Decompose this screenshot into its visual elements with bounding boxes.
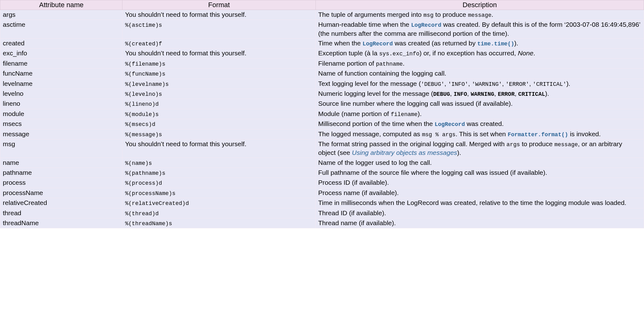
table-row: name%(name)sName of the logger used to l…	[0, 158, 644, 168]
description-cell: Millisecond portion of the time when the…	[315, 119, 644, 129]
format-cell: %(pathname)s	[122, 168, 315, 178]
header-attribute-name: Attribute name	[0, 0, 122, 10]
table-row: levelno%(levelno)sNumeric logging level …	[0, 89, 644, 99]
format-cell: %(funcName)s	[122, 69, 315, 79]
table-row: msecs%(msecs)dMillisecond portion of the…	[0, 119, 644, 129]
attr-name-cell: created	[0, 39, 122, 49]
table-row: levelname%(levelname)sText logging level…	[0, 79, 644, 89]
attr-name-cell: filename	[0, 58, 122, 68]
description-cell: The tuple of arguments merged into msg t…	[315, 10, 644, 20]
description-cell: Thread ID (if available).	[315, 208, 644, 218]
attr-name-cell: message	[0, 129, 122, 139]
format-cell: %(filename)s	[122, 58, 315, 68]
attr-name-cell: thread	[0, 208, 122, 218]
header-description: Description	[315, 0, 644, 10]
format-cell: You shouldn’t need to format this yourse…	[122, 10, 315, 20]
description-cell: Text logging level for the message ('DEB…	[315, 79, 644, 89]
logrecord-attributes-table: Attribute name Format Description argsYo…	[0, 0, 644, 228]
attr-name-cell: module	[0, 109, 122, 119]
table-row: processName%(processName)sProcess name (…	[0, 188, 644, 198]
description-cell: Filename portion of pathname.	[315, 58, 644, 68]
attr-name-cell: lineno	[0, 99, 122, 109]
table-row: module%(module)sModule (name portion of …	[0, 109, 644, 119]
header-format: Format	[122, 0, 315, 10]
format-cell: You shouldn’t need to format this yourse…	[122, 139, 315, 158]
description-cell: Time when the LogRecord was created (as …	[315, 39, 644, 49]
table-row: asctime%(asctime)sHuman-readable time wh…	[0, 20, 644, 39]
table-row: pathname%(pathname)sFull pathname of the…	[0, 168, 644, 178]
table-row: created%(created)fTime when the LogRecor…	[0, 39, 644, 49]
attr-name-cell: levelno	[0, 89, 122, 99]
attr-name-cell: args	[0, 10, 122, 20]
format-cell: %(relativeCreated)d	[122, 198, 315, 208]
table-row: exc_infoYou shouldn’t need to format thi…	[0, 49, 644, 58]
table-row: message%(message)sThe logged message, co…	[0, 129, 644, 139]
format-cell: %(processName)s	[122, 188, 315, 198]
attr-name-cell: funcName	[0, 69, 122, 79]
description-cell: The logged message, computed as msg % ar…	[315, 129, 644, 139]
format-cell: %(levelname)s	[122, 79, 315, 89]
description-cell: Process ID (if available).	[315, 178, 644, 188]
description-cell: Time in milliseconds when the LogRecord …	[315, 198, 644, 208]
description-cell: Name of function containing the logging …	[315, 69, 644, 79]
description-cell: Source line number where the logging cal…	[315, 99, 644, 109]
attr-name-cell: relativeCreated	[0, 198, 122, 208]
description-cell: Human-readable time when the LogRecord w…	[315, 20, 644, 39]
description-cell: Exception tuple (à la sys.exc_info) or, …	[315, 49, 644, 58]
format-cell: %(thread)d	[122, 208, 315, 218]
attr-name-cell: threadName	[0, 218, 122, 228]
format-cell: %(lineno)d	[122, 99, 315, 109]
format-cell: %(module)s	[122, 109, 315, 119]
format-cell: %(message)s	[122, 129, 315, 139]
description-cell: Module (name portion of filename).	[315, 109, 644, 119]
format-cell: %(asctime)s	[122, 20, 315, 39]
table-row: msgYou shouldn’t need to format this you…	[0, 139, 644, 158]
table-row: lineno%(lineno)dSource line number where…	[0, 99, 644, 109]
attr-name-cell: msg	[0, 139, 122, 158]
attr-name-cell: processName	[0, 188, 122, 198]
table-row: process%(process)dProcess ID (if availab…	[0, 178, 644, 188]
description-cell: Full pathname of the source file where t…	[315, 168, 644, 178]
format-cell: %(process)d	[122, 178, 315, 188]
format-cell: You shouldn’t need to format this yourse…	[122, 49, 315, 58]
format-cell: %(levelno)s	[122, 89, 315, 99]
description-cell: Numeric logging level for the message (D…	[315, 89, 644, 99]
format-cell: %(created)f	[122, 39, 315, 49]
format-cell: %(threadName)s	[122, 218, 315, 228]
table-row: funcName%(funcName)sName of function con…	[0, 69, 644, 79]
attr-name-cell: msecs	[0, 119, 122, 129]
table-row: relativeCreated%(relativeCreated)dTime i…	[0, 198, 644, 208]
table-row: argsYou shouldn’t need to format this yo…	[0, 10, 644, 20]
description-cell: Process name (if available).	[315, 188, 644, 198]
table-row: threadName%(threadName)sThread name (if …	[0, 218, 644, 228]
description-cell: Name of the logger used to log the call.	[315, 158, 644, 168]
attr-name-cell: pathname	[0, 168, 122, 178]
description-cell: The format string passed in the original…	[315, 139, 644, 158]
table-row: filename%(filename)sFilename portion of …	[0, 58, 644, 68]
table-row: thread%(thread)dThread ID (if available)…	[0, 208, 644, 218]
attr-name-cell: exc_info	[0, 49, 122, 58]
attr-name-cell: asctime	[0, 20, 122, 39]
attr-name-cell: name	[0, 158, 122, 168]
format-cell: %(name)s	[122, 158, 315, 168]
format-cell: %(msecs)d	[122, 119, 315, 129]
table-header-row: Attribute name Format Description	[0, 0, 644, 10]
attr-name-cell: process	[0, 178, 122, 188]
description-cell: Thread name (if available).	[315, 218, 644, 228]
attr-name-cell: levelname	[0, 79, 122, 89]
